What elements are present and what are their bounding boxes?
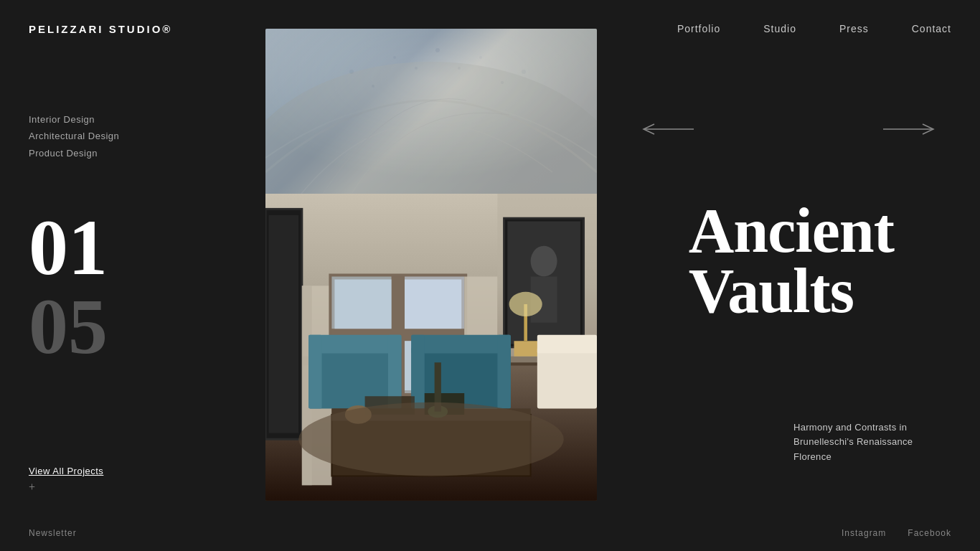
project-description: Harmony and Contrasts in Brunelleschi's … [793, 420, 951, 465]
services-list: Interior Design Architectural Design Pro… [29, 111, 119, 161]
left-arrow-icon [640, 122, 697, 136]
svg-point-5 [522, 70, 526, 74]
service-interior: Interior Design [29, 111, 119, 128]
svg-rect-36 [411, 335, 511, 354]
svg-rect-22 [405, 277, 464, 329]
current-slide-number: 01 [29, 208, 108, 287]
svg-point-51 [298, 402, 564, 476]
svg-point-6 [372, 85, 374, 88]
project-title-line1: Ancient [689, 201, 894, 261]
social-links: Instagram Facebook [842, 528, 951, 538]
slide-counter: 01 05 [29, 208, 108, 366]
svg-point-41 [509, 292, 542, 316]
footer: Newsletter Instagram Facebook [0, 515, 980, 551]
svg-rect-14 [269, 215, 299, 433]
total-slide-number: 05 [29, 287, 108, 366]
hero-image [265, 29, 597, 501]
main-nav: Portfolio Studio Press Contact [677, 23, 951, 34]
next-slide-button[interactable] [880, 122, 937, 136]
brand-logo[interactable]: PELIZZARI STUDIO® [29, 23, 172, 35]
view-all-label[interactable]: View All Projects [29, 466, 103, 476]
slide-navigation [597, 122, 980, 136]
view-all-projects[interactable]: View All Projects + [29, 466, 103, 494]
svg-point-7 [415, 67, 418, 70]
svg-rect-38 [497, 335, 510, 409]
nav-press[interactable]: Press [839, 23, 869, 34]
svg-point-9 [501, 81, 504, 84]
left-sidebar: Interior Design Architectural Design Pro… [0, 0, 265, 551]
project-photo [265, 29, 597, 501]
newsletter-link[interactable]: Newsletter [29, 528, 77, 538]
service-product: Product Design [29, 145, 119, 161]
right-arrow-icon [880, 122, 937, 136]
service-architectural: Architectural Design [29, 128, 119, 144]
nav-studio[interactable]: Studio [763, 23, 796, 34]
prev-slide-button[interactable] [640, 122, 697, 136]
svg-rect-43 [537, 335, 597, 354]
project-title-line2: Vaults [689, 261, 894, 321]
header: PELIZZARI STUDIO® Portfolio Studio Press… [0, 0, 980, 57]
project-title-overlay: Ancient Vaults [689, 201, 894, 321]
facebook-link[interactable]: Facebook [908, 528, 951, 538]
room-interior [265, 194, 597, 501]
instagram-link[interactable]: Instagram [842, 528, 886, 538]
expand-icon: + [29, 481, 103, 494]
svg-rect-42 [537, 347, 597, 409]
svg-point-1 [349, 70, 354, 74]
svg-rect-32 [308, 335, 401, 354]
nav-contact[interactable]: Contact [912, 23, 951, 34]
nav-portfolio[interactable]: Portfolio [677, 23, 720, 34]
svg-rect-33 [308, 335, 321, 409]
svg-point-29 [531, 246, 557, 277]
svg-point-8 [458, 67, 461, 70]
project-desc-text: Harmony and Contrasts in Brunelleschi's … [793, 420, 951, 465]
svg-rect-21 [331, 277, 391, 329]
